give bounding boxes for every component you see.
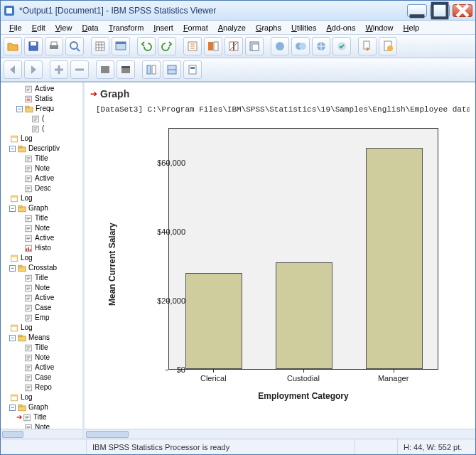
close-button[interactable]	[453, 4, 472, 17]
outline-item[interactable]: Case	[2, 303, 82, 313]
select-button[interactable]	[225, 37, 243, 55]
svg-rect-82	[26, 424, 32, 429]
outline-item[interactable]: −Graph	[2, 402, 82, 412]
outline-item[interactable]: Histo	[2, 243, 82, 253]
promote-button[interactable]	[50, 60, 68, 79]
collapse-toggle-icon[interactable]: −	[9, 205, 16, 212]
outline-item[interactable]: Statis	[2, 94, 82, 104]
outline-item[interactable]: Active	[2, 84, 82, 94]
export-button[interactable]	[358, 37, 377, 55]
ball1-button[interactable]	[271, 37, 289, 55]
collapse-button[interactable]	[96, 60, 114, 79]
menu-edit[interactable]: Edit	[28, 22, 50, 33]
menu-add-ons[interactable]: Add-ons	[322, 22, 359, 33]
outline-item[interactable]: −Frequ	[2, 104, 82, 114]
outline-item[interactable]: Log	[2, 253, 82, 263]
redo-button[interactable]	[158, 37, 176, 55]
open-button[interactable]	[4, 37, 22, 55]
outline-item[interactable]: Note	[2, 422, 82, 429]
outline-item[interactable]: −Crosstab	[2, 263, 82, 273]
undo-button[interactable]	[137, 37, 156, 55]
collapse-toggle-icon[interactable]: −	[16, 106, 23, 112]
menu-data[interactable]: Data	[77, 22, 102, 33]
designate-button[interactable]	[183, 60, 202, 79]
outline-label: Title	[35, 273, 48, 283]
script-button[interactable]	[379, 37, 397, 55]
menu-insert[interactable]: Insert	[149, 22, 178, 33]
outline-item[interactable]: ➔Title	[2, 412, 82, 422]
outline-item[interactable]: Note	[2, 353, 82, 363]
outline-item[interactable]: Active	[2, 363, 82, 373]
show-button[interactable]	[142, 60, 161, 79]
outline-item[interactable]: (	[2, 124, 82, 134]
insert-button[interactable]	[245, 37, 264, 55]
menu-utilities[interactable]: Utilities	[287, 22, 320, 33]
preview-button[interactable]	[65, 37, 84, 55]
outline-tree[interactable]: ActiveStatis−Frequ((Log−DescriptivTitleN…	[1, 82, 82, 429]
content-hscroll[interactable]	[85, 429, 475, 439]
outline-item[interactable]: −Means	[2, 333, 82, 343]
graph-heading: ➔ Graph	[90, 88, 470, 100]
maximize-button[interactable]	[430, 4, 450, 17]
outline-item[interactable]: Log	[2, 392, 82, 402]
menu-help[interactable]: Help	[399, 22, 424, 33]
bar-chart[interactable]: Mean Current Salary Employment Category …	[104, 121, 460, 412]
outline-item[interactable]: Note	[2, 283, 82, 293]
collapse-toggle-icon[interactable]: −	[9, 146, 16, 152]
outline-label: Log	[21, 323, 33, 333]
minimize-button[interactable]	[407, 4, 427, 17]
menu-file[interactable]: File	[5, 22, 26, 33]
outline-item[interactable]: −Graph	[2, 203, 82, 213]
menu-format[interactable]: Format	[179, 22, 212, 33]
menu-view[interactable]: View	[51, 22, 77, 33]
outline-item[interactable]: Emp	[2, 313, 82, 323]
menu-transform[interactable]: Transform	[104, 22, 148, 33]
titlebar: *Output1 [Document1] - IBM SPSS Statisti…	[1, 1, 475, 21]
ball2-button[interactable]	[291, 37, 310, 55]
toolbar-main	[1, 35, 475, 58]
outline-item[interactable]: Title	[2, 273, 82, 283]
collapse-toggle-icon[interactable]: −	[9, 405, 16, 411]
print-button[interactable]	[45, 37, 63, 55]
collapse-toggle-icon[interactable]: −	[9, 265, 16, 272]
outline-item[interactable]: Active	[2, 293, 82, 303]
outline-item[interactable]: Log	[2, 134, 82, 144]
outline-item[interactable]: Title	[2, 154, 82, 164]
data-button[interactable]	[91, 37, 109, 55]
content-area[interactable]: ➔ Graph [DataSet3] C:\Program Files\IBM\…	[85, 82, 475, 429]
outline-item[interactable]: Note	[2, 223, 82, 233]
demote-button[interactable]	[70, 60, 89, 79]
variables-button[interactable]	[204, 37, 222, 55]
outline-item[interactable]: Note	[2, 164, 82, 173]
outline-item[interactable]: Active	[2, 233, 82, 243]
ball4-button[interactable]	[332, 37, 351, 55]
note-icon	[23, 314, 33, 322]
outline-item[interactable]: Repo	[2, 382, 82, 392]
outline-item[interactable]: Title	[2, 343, 82, 353]
menu-analyze[interactable]: Analyze	[214, 22, 250, 33]
outline-item[interactable]: −Descriptiv	[2, 144, 82, 154]
forward-button[interactable]	[24, 60, 43, 79]
outline-item[interactable]: Log	[2, 323, 82, 333]
goto-button[interactable]	[183, 37, 202, 55]
save-button[interactable]	[24, 37, 43, 55]
svg-rect-51	[18, 205, 22, 208]
outline-item[interactable]: Log	[2, 193, 82, 203]
menu-graphs[interactable]: Graphs	[251, 22, 286, 33]
ball3-button[interactable]	[312, 37, 330, 55]
outline-item[interactable]: (	[2, 114, 82, 124]
dialog-button[interactable]	[112, 37, 130, 55]
menu-window[interactable]: Window	[361, 22, 397, 33]
svg-rect-7	[51, 42, 57, 46]
hide-button[interactable]	[163, 60, 181, 79]
bar-manager	[366, 148, 423, 369]
collapse-toggle-icon[interactable]: −	[9, 335, 16, 341]
outline-hscroll[interactable]	[1, 429, 82, 439]
expand-button[interactable]	[117, 60, 135, 79]
outline-item[interactable]: Active	[2, 173, 82, 183]
outline-label: Statis	[35, 94, 53, 104]
outline-item[interactable]: Title	[2, 213, 82, 223]
outline-item[interactable]: Case	[2, 373, 82, 382]
outline-item[interactable]: Desc	[2, 183, 82, 193]
back-button[interactable]	[4, 60, 22, 79]
